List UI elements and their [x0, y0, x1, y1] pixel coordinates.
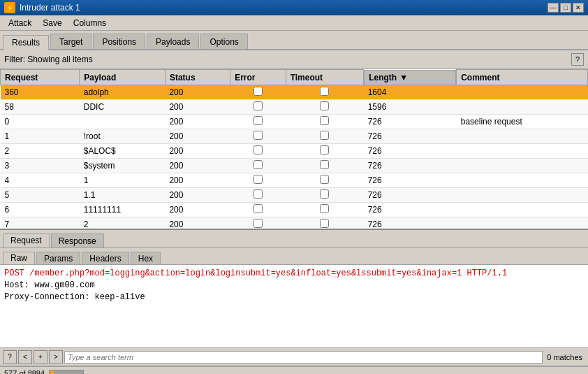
- table-row[interactable]: 360adolph2001604: [1, 85, 588, 100]
- error-checkbox[interactable]: [253, 189, 263, 199]
- request-cell: 58: [1, 100, 80, 115]
- innertab-bar: Raw Params Headers Hex: [0, 248, 588, 265]
- window-controls[interactable]: — □ ✕: [547, 3, 584, 13]
- comment-cell: [457, 173, 588, 188]
- col-comment[interactable]: Comment: [457, 70, 588, 85]
- app-icon: ⚡: [4, 2, 15, 13]
- results-table-container: Request Payload Status Error Timeout Len…: [0, 69, 588, 230]
- request-cell: 360: [1, 85, 80, 100]
- maximize-button[interactable]: □: [560, 3, 571, 13]
- subtab-bar: Request Response: [0, 230, 588, 248]
- tab-payloads[interactable]: Payloads: [147, 34, 199, 49]
- payload-cell: 1.1: [80, 188, 166, 203]
- search-prev-button[interactable]: <: [18, 350, 32, 364]
- status-cell: 200: [165, 85, 230, 100]
- comment-cell: [457, 203, 588, 217]
- comment-cell: [457, 144, 588, 159]
- table-row[interactable]: 1!root200726: [1, 129, 588, 144]
- col-error[interactable]: Error: [230, 70, 286, 85]
- innertab-hex[interactable]: Hex: [131, 252, 161, 264]
- minimize-button[interactable]: —: [547, 3, 559, 13]
- innertab-headers[interactable]: Headers: [82, 252, 128, 264]
- timeout-checkbox[interactable]: [320, 116, 329, 125]
- timeout-checkbox[interactable]: [320, 101, 329, 110]
- subtab-response[interactable]: Response: [51, 233, 104, 247]
- titlebar: ⚡ Intruder attack 1 — □ ✕: [0, 0, 588, 15]
- col-payload[interactable]: Payload: [80, 70, 166, 85]
- timeout-checkbox[interactable]: [320, 87, 329, 96]
- menu-attack[interactable]: Attack: [3, 17, 37, 29]
- table-row[interactable]: 58DDIC2001596: [1, 100, 588, 115]
- innertab-params[interactable]: Params: [36, 252, 80, 264]
- search-add-button[interactable]: +: [34, 350, 47, 364]
- error-checkbox[interactable]: [253, 204, 263, 213]
- subtab-request[interactable]: Request: [3, 233, 50, 247]
- timeout-checkbox[interactable]: [320, 131, 329, 140]
- timeout-checkbox[interactable]: [320, 204, 329, 213]
- window-title: Intruder attack 1: [20, 3, 80, 13]
- menu-columns[interactable]: Columns: [68, 17, 112, 29]
- content-line: Host: www.gm00.com: [4, 280, 584, 292]
- tab-target[interactable]: Target: [50, 34, 91, 49]
- search-input[interactable]: [64, 351, 543, 364]
- comment-cell: [457, 129, 588, 144]
- status-cell: 200: [165, 203, 230, 217]
- titlebar-left: ⚡ Intruder attack 1: [4, 2, 80, 13]
- filterbar: Filter: Showing all items ?: [0, 50, 588, 69]
- col-length[interactable]: Length▼: [364, 70, 456, 85]
- menu-save[interactable]: Save: [37, 17, 67, 29]
- tab-results[interactable]: Results: [3, 35, 49, 50]
- error-checkbox[interactable]: [253, 131, 263, 140]
- table-row[interactable]: 51.1200726: [1, 188, 588, 203]
- progress-fill: [50, 371, 54, 375]
- payload-cell: 2: [80, 217, 166, 231]
- error-checkbox[interactable]: [253, 219, 263, 228]
- bottom-panel: Request Response Raw Params Headers Hex …: [0, 230, 588, 366]
- request-content: POST /member.php?mod=logging&action=logi…: [0, 265, 588, 348]
- request-cell: 2: [1, 144, 80, 159]
- error-checkbox[interactable]: [253, 116, 263, 125]
- length-cell: 726: [364, 217, 457, 231]
- timeout-checkbox[interactable]: [320, 189, 329, 199]
- timeout-checkbox[interactable]: [320, 175, 329, 184]
- comment-cell: [457, 188, 588, 203]
- table-row[interactable]: 3$system200726: [1, 159, 588, 173]
- payload-cell: DDIC: [80, 100, 166, 115]
- col-request[interactable]: Request: [1, 70, 80, 85]
- error-checkbox[interactable]: [253, 87, 263, 96]
- error-checkbox[interactable]: [253, 160, 263, 169]
- request-cell: 7: [1, 217, 80, 231]
- timeout-checkbox[interactable]: [320, 145, 329, 154]
- table-header: Request Payload Status Error Timeout Len…: [1, 70, 588, 85]
- comment-cell: [457, 217, 588, 231]
- status-text: 577 of 8894: [4, 369, 45, 375]
- filter-help-button[interactable]: ?: [571, 53, 584, 66]
- table-row[interactable]: 72200726: [1, 217, 588, 231]
- table-body: 360adolph200160458DDIC20015960200726base…: [1, 85, 588, 231]
- error-checkbox[interactable]: [253, 175, 263, 184]
- payload-cell: $system: [80, 159, 166, 173]
- timeout-checkbox[interactable]: [320, 160, 329, 169]
- comment-cell: [457, 159, 588, 173]
- search-help-button[interactable]: ?: [3, 350, 17, 364]
- tab-options[interactable]: Options: [200, 34, 247, 49]
- table-row[interactable]: 2$ALOC$200726: [1, 144, 588, 159]
- timeout-checkbox[interactable]: [320, 219, 329, 228]
- payload-cell: 1: [80, 173, 166, 188]
- payload-cell: $ALOC$: [80, 144, 166, 159]
- error-checkbox[interactable]: [253, 101, 263, 110]
- table-row[interactable]: 611111111200726: [1, 203, 588, 217]
- payload-cell: 11111111: [80, 203, 166, 217]
- col-timeout[interactable]: Timeout: [286, 70, 364, 85]
- table-row[interactable]: 0200726baseline request: [1, 115, 588, 129]
- innertab-raw[interactable]: Raw: [3, 252, 35, 264]
- error-checkbox[interactable]: [253, 145, 263, 154]
- request-cell: 1: [1, 129, 80, 144]
- col-status[interactable]: Status: [165, 70, 230, 85]
- close-button[interactable]: ✕: [573, 3, 584, 13]
- tab-positions[interactable]: Positions: [93, 34, 145, 49]
- table-row[interactable]: 41200726: [1, 173, 588, 188]
- sort-icon: ▼: [399, 73, 408, 82]
- search-next-button[interactable]: >: [49, 350, 63, 364]
- length-cell: 726: [364, 159, 457, 173]
